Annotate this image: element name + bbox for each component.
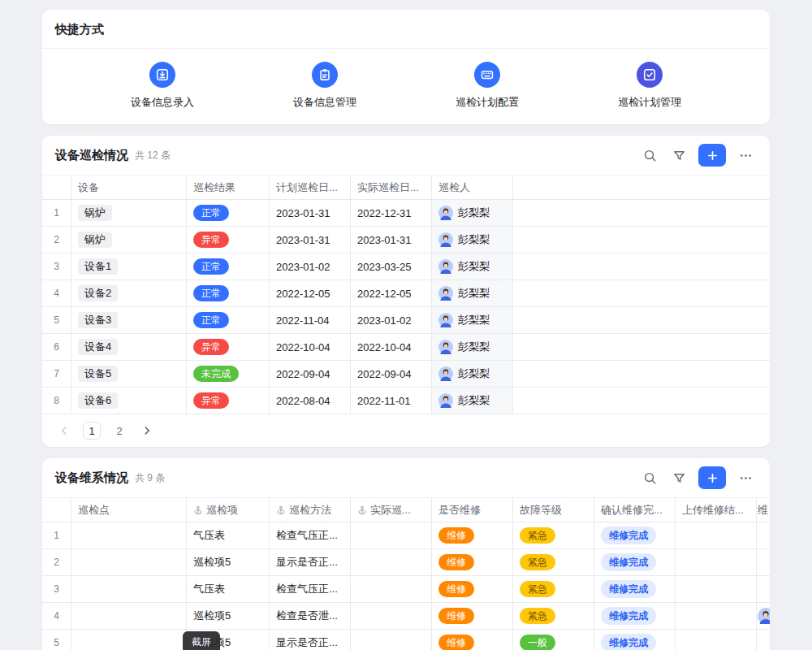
result-cell[interactable]: 正常	[187, 254, 270, 280]
cutoff-cell[interactable]	[757, 630, 770, 650]
actual-date-cell[interactable]: 2023-03-25	[351, 254, 432, 280]
actual-date-cell[interactable]: 2023-01-02	[351, 307, 432, 333]
repair-cell[interactable]: 维修	[432, 576, 513, 602]
more-button[interactable]	[734, 466, 757, 489]
repair-cell[interactable]: 维修	[432, 630, 513, 650]
column-header-result[interactable]: 巡检结果	[187, 176, 270, 199]
row-number[interactable]: 5	[42, 630, 71, 650]
device-cell[interactable]: 锅炉	[71, 200, 187, 226]
point-cell[interactable]	[71, 576, 187, 602]
confirm-cell[interactable]: 维修完成	[594, 549, 676, 575]
level-cell[interactable]: 紧急	[513, 549, 594, 575]
method-cell[interactable]: 显示是否正...	[270, 549, 351, 575]
actual-date-cell[interactable]: 2022-11-01	[351, 388, 432, 414]
confirm-cell[interactable]: 维修完成	[594, 603, 676, 629]
device-cell[interactable]: 设备5	[71, 361, 187, 387]
page-button-1[interactable]: 1	[83, 422, 101, 440]
actual-cell[interactable]	[351, 630, 432, 650]
result-cell[interactable]: 未完成	[187, 361, 270, 387]
row-number[interactable]: 2	[42, 549, 71, 575]
inspector-cell[interactable]: 彭梨梨	[432, 254, 513, 280]
column-header-repair[interactable]: 是否维修	[432, 498, 513, 522]
column-header-actual[interactable]: 实际巡...	[351, 498, 432, 522]
point-cell[interactable]	[71, 522, 187, 548]
prev-page-button[interactable]	[55, 422, 73, 440]
column-header-method[interactable]: 巡检方法	[270, 498, 351, 522]
repair-cell[interactable]: 维修	[432, 603, 513, 629]
cutoff-cell[interactable]	[757, 522, 770, 548]
plan-date-cell[interactable]: 2023-01-31	[270, 227, 351, 253]
row-number[interactable]: 1	[42, 200, 71, 226]
result-cell[interactable]: 正常	[187, 280, 270, 306]
result-cell[interactable]: 正常	[187, 200, 270, 226]
upload-cell[interactable]	[676, 630, 757, 650]
level-cell[interactable]: 紧急	[513, 522, 594, 548]
inspector-cell[interactable]: 彭梨梨	[432, 227, 513, 253]
add-record-button[interactable]	[698, 466, 726, 489]
plan-date-cell[interactable]: 2022-08-04	[270, 388, 351, 414]
device-cell[interactable]: 锅炉	[71, 227, 187, 253]
search-button[interactable]	[638, 144, 661, 167]
method-cell[interactable]: 检查气压正...	[270, 576, 351, 602]
actual-date-cell[interactable]: 2023-01-31	[351, 227, 432, 253]
row-number[interactable]: 5	[42, 307, 71, 333]
device-cell[interactable]: 设备6	[71, 388, 187, 414]
column-header-item[interactable]: 巡检项	[187, 498, 270, 522]
level-cell[interactable]: 一般	[513, 630, 594, 650]
confirm-cell[interactable]: 维修完成	[594, 522, 676, 548]
row-number[interactable]: 4	[42, 603, 71, 629]
inspector-cell[interactable]: 彭梨梨	[432, 388, 513, 414]
result-cell[interactable]: 异常	[187, 334, 270, 360]
actual-date-cell[interactable]: 2022-09-04	[351, 361, 432, 387]
confirm-cell[interactable]: 维修完成	[594, 576, 676, 602]
actual-date-cell[interactable]: 2022-10-04	[351, 334, 432, 360]
filter-button[interactable]	[667, 466, 690, 489]
upload-cell[interactable]	[676, 549, 757, 575]
plan-date-cell[interactable]: 2023-01-31	[270, 200, 351, 226]
plan-date-cell[interactable]: 2023-01-02	[270, 254, 351, 280]
row-number[interactable]: 3	[42, 576, 71, 602]
item-cell[interactable]: 气压表	[187, 522, 270, 548]
result-cell[interactable]: 正常	[187, 307, 270, 333]
result-cell[interactable]: 异常	[187, 227, 270, 253]
add-record-button[interactable]	[698, 144, 726, 167]
row-number[interactable]: 6	[42, 334, 71, 360]
actual-cell[interactable]	[351, 576, 432, 602]
cutoff-cell[interactable]	[757, 549, 770, 575]
point-cell[interactable]	[71, 603, 187, 629]
shortcut-plan-manage[interactable]: 巡检计划管理	[568, 62, 731, 110]
point-cell[interactable]	[71, 630, 187, 650]
item-cell[interactable]: 巡检项5	[187, 549, 270, 575]
more-button[interactable]	[734, 144, 757, 167]
next-page-button[interactable]	[138, 422, 156, 440]
plan-date-cell[interactable]: 2022-10-04	[270, 334, 351, 360]
page-button-2[interactable]: 2	[110, 422, 128, 440]
row-number[interactable]: 1	[42, 522, 71, 548]
device-cell[interactable]: 设备2	[71, 280, 187, 306]
column-header-plan-date[interactable]: 计划巡检日...	[270, 176, 351, 199]
repair-cell[interactable]: 维修	[432, 522, 513, 548]
shortcut-device-manage[interactable]: 设备信息管理	[244, 62, 406, 110]
device-cell[interactable]: 设备1	[71, 254, 187, 280]
device-cell[interactable]: 设备4	[71, 334, 187, 360]
item-cell[interactable]: 气压表	[187, 576, 270, 602]
inspector-cell[interactable]: 彭梨梨	[432, 334, 513, 360]
column-header-device[interactable]: 设备	[71, 176, 187, 199]
device-cell[interactable]: 设备3	[71, 307, 187, 333]
column-header-actual-date[interactable]: 实际巡检日...	[351, 176, 432, 199]
upload-cell[interactable]	[676, 522, 757, 548]
actual-date-cell[interactable]: 2022-12-05	[351, 280, 432, 306]
level-cell[interactable]: 紧急	[513, 603, 594, 629]
cutoff-cell[interactable]	[757, 603, 770, 629]
inspector-cell[interactable]: 彭梨梨	[432, 200, 513, 226]
column-header-point[interactable]: 巡检点	[71, 498, 187, 522]
plan-date-cell[interactable]: 2022-11-04	[270, 307, 351, 333]
row-number[interactable]: 8	[42, 388, 71, 414]
row-number[interactable]: 4	[42, 280, 71, 306]
column-header-inspector[interactable]: 巡检人	[432, 176, 513, 199]
upload-cell[interactable]	[676, 603, 757, 629]
inspector-cell[interactable]: 彭梨梨	[432, 307, 513, 333]
inspector-cell[interactable]: 彭梨梨	[432, 361, 513, 387]
plan-date-cell[interactable]: 2022-09-04	[270, 361, 351, 387]
method-cell[interactable]: 检查是否泄...	[270, 603, 351, 629]
